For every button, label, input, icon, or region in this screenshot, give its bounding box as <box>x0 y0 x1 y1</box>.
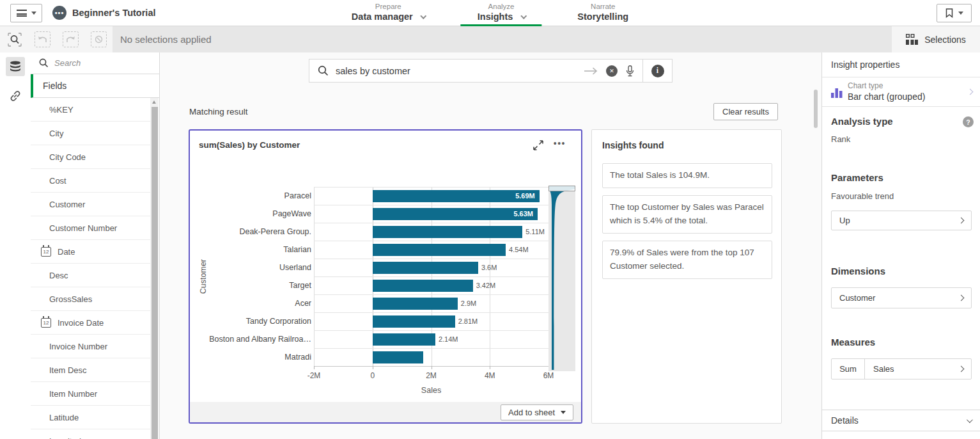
nav-narrate-storytelling[interactable]: Narrate Storytelling <box>561 0 645 26</box>
help-icon[interactable]: ? <box>963 116 974 127</box>
chevron-down-icon <box>421 13 427 19</box>
bar-target[interactable] <box>373 280 473 292</box>
field-item-item-number[interactable]: Item Number <box>31 382 151 406</box>
field-item-latitude[interactable]: Latitude <box>31 406 151 429</box>
assets-search-input[interactable] <box>54 58 137 68</box>
field-item-desc[interactable]: Desc <box>31 264 151 287</box>
bar-boston-and-albany-railroa-[interactable] <box>373 333 435 346</box>
category-label: Deak-Perera Group. <box>213 223 311 241</box>
global-menu-button[interactable] <box>10 4 42 22</box>
clear-search-icon[interactable]: ✕ <box>606 65 618 77</box>
submit-arrow-icon[interactable] <box>584 67 598 75</box>
insight-list: The total Sales is 104.9M.The top Custom… <box>602 163 772 279</box>
link-icon <box>9 90 22 102</box>
assets-panel: Fields %KEYCityCity CodeCostCustomerCust… <box>31 52 160 439</box>
chart-type-row[interactable]: Chart type Bar chart (grouped) <box>822 77 980 107</box>
fields-scrollbar[interactable] <box>150 98 159 439</box>
nav-item-label: Data manager <box>352 11 413 23</box>
bar-deak-perera-group-[interactable] <box>373 226 522 238</box>
insight-card-0[interactable]: The total Sales is 104.9M. <box>602 163 772 188</box>
category-label: Matradi <box>213 348 311 366</box>
bar-tandy-corporation[interactable] <box>373 315 455 328</box>
x-tick-label: 4M <box>485 371 495 380</box>
top-bar: ••• Beginner's Tutorial Prepare Data man… <box>0 0 980 26</box>
selection-status-bar: No selections applied <box>113 26 892 52</box>
field-item-customer[interactable]: Customer <box>31 193 151 216</box>
x-tick-label: -2M <box>307 371 321 380</box>
clear-results-button[interactable]: Clear results <box>713 103 778 120</box>
field-item-cost[interactable]: Cost <box>31 169 151 193</box>
field-item-customer-number[interactable]: Customer Number <box>31 216 151 240</box>
chart-plot: 5.69M5.63M5.11M4.54M3.6M3.42M2.9M2.81M2.… <box>314 187 548 366</box>
field-item-longitude[interactable]: Longitude <box>31 429 151 439</box>
tick-mark <box>432 366 432 369</box>
chevron-right-icon <box>958 218 965 224</box>
expand-icon[interactable] <box>533 140 544 151</box>
field-label: Customer Number <box>49 223 117 233</box>
details-section-toggle[interactable]: Details <box>822 410 980 431</box>
category-label: Talarian <box>213 241 311 259</box>
bar-matradi[interactable] <box>373 351 423 363</box>
dimension-customer-button[interactable]: Customer <box>831 287 972 308</box>
value-label: 5.63M <box>373 205 533 223</box>
insight-search-bar[interactable]: ✕ i <box>309 59 673 83</box>
more-options-icon[interactable]: ••• <box>554 138 566 148</box>
app-options-icon[interactable]: ••• <box>52 6 66 20</box>
category-label: Tandy Corporation <box>213 312 311 330</box>
bar-acer[interactable] <box>373 298 458 310</box>
row-separator <box>314 223 548 223</box>
selection-status-text: No selections applied <box>120 34 212 45</box>
step-forward-button[interactable] <box>63 31 79 47</box>
value-label: 2.81M <box>458 312 478 330</box>
measure-sales-button[interactable]: Sum Sales <box>831 358 972 379</box>
search-info-button[interactable]: i <box>642 60 672 82</box>
value-label: 5.11M <box>525 223 545 241</box>
field-item-city-code[interactable]: City Code <box>31 145 151 169</box>
measure-aggregation[interactable]: Sum <box>832 359 865 379</box>
field-item--key[interactable]: %KEY <box>31 98 151 122</box>
insight-advisor-main: ✕ i Matching result Clear results sum(Sa… <box>160 52 821 439</box>
field-item-city[interactable]: City <box>31 122 151 145</box>
y-axis-title: Customer <box>199 187 208 366</box>
field-item-date[interactable]: 12Date <box>31 240 151 264</box>
fields-tab-label: Fields <box>43 81 66 91</box>
bar-userland[interactable] <box>373 262 478 274</box>
nav-prepare-data-manager[interactable]: Prepare Data manager <box>335 0 442 26</box>
bar-talarian[interactable] <box>373 244 506 256</box>
app-title: Beginner's Tutorial <box>72 8 155 18</box>
assets-search[interactable] <box>31 52 159 74</box>
nav-analyze-insights[interactable]: Analyze Insights <box>461 0 542 26</box>
scrollbar-thumb[interactable] <box>152 107 158 439</box>
favourable-trend-button[interactable]: Up <box>831 211 972 230</box>
field-item-invoice-number[interactable]: Invoice Number <box>31 335 151 358</box>
field-label: Desc <box>49 271 68 280</box>
chart-minimap-scrollbar[interactable] <box>548 186 575 371</box>
dimension-value: Customer <box>839 293 875 303</box>
field-item-invoice-date[interactable]: 12Invoice Date <box>31 311 151 335</box>
value-label: 3.6M <box>481 259 497 276</box>
field-label: Customer <box>49 200 85 209</box>
add-to-sheet-button[interactable]: Add to sheet <box>501 404 573 420</box>
selections-tool-button[interactable]: Selections <box>892 26 980 52</box>
chart-xticks: -2M02M4M6M <box>314 371 548 381</box>
insight-search-input[interactable] <box>336 66 584 76</box>
fields-panel-button[interactable] <box>6 57 25 76</box>
smart-search-button[interactable] <box>6 31 22 47</box>
main-scrollbar[interactable] <box>814 90 818 128</box>
bookmarks-button[interactable] <box>937 4 972 22</box>
chevron-right-icon <box>958 295 965 301</box>
microphone-icon[interactable] <box>626 65 634 77</box>
bar-chart-icon <box>830 86 843 99</box>
clear-selections-button[interactable] <box>91 31 107 47</box>
insight-card-1[interactable]: The top Customer by Sales was Paracel wh… <box>602 195 772 234</box>
step-back-button[interactable] <box>35 31 51 47</box>
row-separator <box>314 276 548 277</box>
measure-value: Sales <box>873 364 894 374</box>
insight-card-2[interactable]: 79.9% of Sales were from the top 107 Cus… <box>602 241 772 279</box>
chart-result-card[interactable]: sum(Sales) by Customer ••• Customer Para… <box>189 129 582 424</box>
links-panel-button[interactable] <box>6 86 25 106</box>
nav-item-label: Insights <box>478 11 513 23</box>
field-item-grosssales[interactable]: GrossSales <box>31 287 151 311</box>
fields-tab[interactable]: Fields <box>31 74 159 98</box>
field-item-item-desc[interactable]: Item Desc <box>31 358 151 382</box>
